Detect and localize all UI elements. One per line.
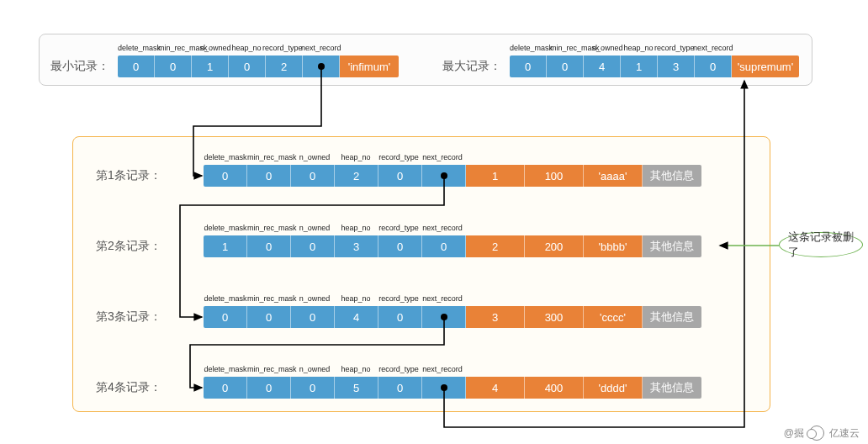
record4-label: 第4条记录： — [96, 380, 161, 395]
max-cell-1: 0 — [547, 56, 584, 77]
record4-dot — [441, 384, 447, 391]
record2-row: 1 0 0 3 0 0 2 200 'bbbb' 其他信息 — [204, 235, 701, 257]
min-next-dot — [318, 63, 325, 70]
deleted-callout: 这条记录被删了 — [779, 232, 863, 257]
record1-row: 0 0 0 2 0 1 100 'aaaa' 其他信息 — [204, 165, 701, 187]
min-cell-0: 0 — [118, 56, 155, 77]
min-record-headers: delete_mask min_rec_mask n_owned heap_no… — [118, 44, 340, 52]
hdr2-delete_mask: delete_mask — [510, 44, 550, 52]
watermark-left: @掘 — [784, 426, 804, 441]
max-cell-3: 1 — [621, 56, 658, 77]
record1-label: 第1条记录： — [96, 168, 161, 183]
min-cell-3: 0 — [229, 56, 266, 77]
record1-headers: delete_mask min_rec_mask n_owned heap_no… — [204, 153, 464, 161]
min-cell-4: 2 — [266, 56, 303, 77]
record2-label: 第2条记录： — [96, 239, 161, 254]
hdr-heap_no: heap_no — [230, 44, 262, 52]
max-record-row: 0 0 4 1 3 0 'supremum' — [510, 56, 799, 77]
max-record-label: 最大记录： — [442, 59, 501, 74]
min-cell-1: 0 — [155, 56, 192, 77]
record2-headers: delete_mask min_rec_mask n_owned heap_no… — [204, 224, 464, 232]
hdr-record_type: record_type — [262, 44, 301, 52]
hdr-n_owned: n_owned — [200, 44, 230, 52]
hdr-min_rec_mask: min_rec_mask — [158, 44, 200, 52]
record3-headers: delete_mask min_rec_mask n_owned heap_no… — [204, 294, 464, 303]
hdr-next_record: next_record — [301, 44, 340, 52]
min-cell-2: 1 — [192, 56, 229, 77]
max-cell-4: 3 — [658, 56, 695, 77]
hdr2-heap_no: heap_no — [622, 44, 654, 52]
record4-row: 0 0 0 5 0 4 400 'dddd' 其他信息 — [204, 377, 701, 399]
record3-row: 0 0 0 4 0 3 300 'cccc' 其他信息 — [204, 306, 701, 328]
min-record-label: 最小记录： — [50, 59, 109, 74]
hdr2-n_owned: n_owned — [592, 44, 622, 52]
hdr2-min_rec_mask: min_rec_mask — [550, 44, 592, 52]
hdr2-record_type: record_type — [654, 44, 693, 52]
min-record-row: 0 0 1 0 2 'infimum' — [118, 56, 399, 77]
max-cell-tail: 'supremum' — [732, 56, 799, 77]
hdr2-next_record: next_record — [693, 44, 732, 52]
record3-dot — [441, 314, 447, 320]
max-cell-5: 0 — [695, 56, 732, 77]
watermark: @掘 亿速云 — [784, 426, 860, 441]
max-record-headers: delete_mask min_rec_mask n_owned heap_no… — [510, 44, 732, 52]
watermark-right: 亿速云 — [829, 426, 860, 441]
record1-dot — [441, 172, 447, 179]
max-cell-2: 4 — [584, 56, 621, 77]
min-cell-tail: 'infimum' — [340, 56, 399, 77]
hdr-delete_mask: delete_mask — [118, 44, 158, 52]
record3-label: 第3条记录： — [96, 309, 161, 325]
max-cell-0: 0 — [510, 56, 547, 77]
watermark-logo-icon — [809, 426, 824, 441]
record4-headers: delete_mask min_rec_mask n_owned heap_no… — [204, 365, 464, 373]
